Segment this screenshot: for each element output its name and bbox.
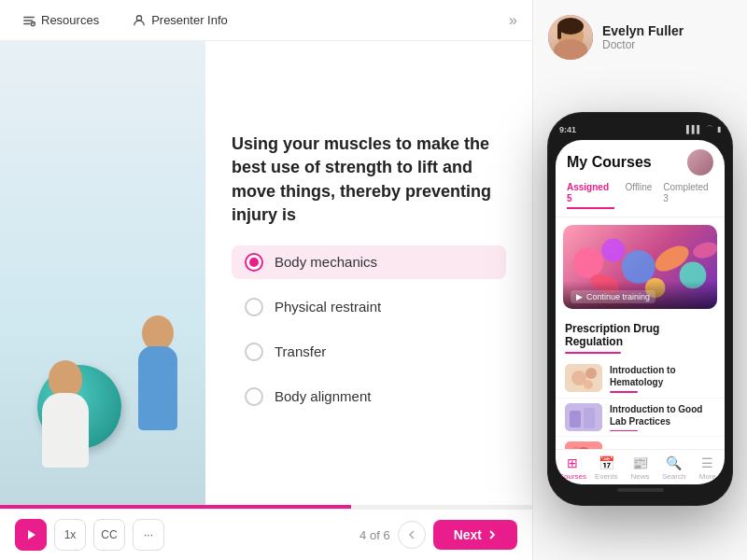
slide-content: Using your muscles to make the best use … (205, 41, 532, 505)
slide-area: Using your muscles to make the best use … (0, 41, 532, 505)
progress-bar (0, 505, 532, 509)
course-hematology-underline (610, 391, 638, 393)
phone-header: My Courses (556, 140, 725, 181)
bloodborne-img (565, 441, 602, 449)
more-button[interactable]: ··· (133, 519, 164, 551)
svg-rect-20 (570, 411, 581, 427)
course-lab-info: Introduction to Good Lab Practices (610, 403, 715, 432)
continue-training-tag: ▶ Continue training (571, 290, 655, 303)
tab-completed[interactable]: Completed 3 (663, 181, 713, 209)
featured-overlay: ▶ Continue training (563, 281, 717, 309)
featured-course-image[interactable]: ▶ Continue training (563, 225, 717, 309)
radio-body-alignment (245, 387, 263, 406)
course-item-bloodborne[interactable]: Bloodborne Pathogens (556, 437, 725, 449)
options-list: Body mechanics Physical restraint Transf… (232, 245, 506, 413)
tab-assigned-label: Assigned 5 (567, 182, 609, 203)
svg-marker-2 (28, 530, 35, 539)
play-small-icon: ▶ (576, 292, 583, 301)
right-panel: Evelyn Fuller Doctor 9:41 ▌▌▌ ⌒ ▮ (532, 0, 747, 560)
course-item-hematology[interactable]: Introduction to Hematology (556, 359, 725, 399)
phone-title: My Courses (567, 154, 652, 171)
radio-transfer (245, 343, 263, 361)
slide-question: Using your muscles to make the best use … (232, 133, 506, 227)
phone-user-avatar[interactable] (687, 149, 713, 175)
app-container: Resources Presenter Info » (0, 0, 747, 560)
svg-point-17 (585, 368, 597, 379)
speed-button[interactable]: 1x (54, 519, 86, 551)
tab-assigned[interactable]: Assigned 5 (567, 181, 614, 209)
phone-screen: My Courses Assigned 5 Offline (556, 140, 725, 484)
more-label: ··· (144, 528, 153, 541)
presenter-name: Evelyn Fuller (602, 23, 684, 38)
cc-label: CC (101, 528, 117, 541)
events-nav-label: Events (595, 472, 617, 481)
play-button[interactable] (15, 519, 47, 551)
more-nav-label: More (699, 472, 716, 481)
prev-button[interactable] (398, 521, 426, 549)
course-lab-title: Introduction to Good Lab Practices (610, 403, 715, 427)
course-item-lab[interactable]: Introduction to Good Lab Practices (556, 399, 725, 438)
radio-body-mechanics (245, 253, 263, 272)
featured-course-underline (565, 352, 621, 354)
phone-content: ▶ Continue training Prescription Drug Re… (556, 217, 725, 449)
phone-tabs: Assigned 5 Offline Completed 3 (556, 181, 725, 217)
phone-nav-search[interactable]: 🔍 Search (657, 455, 691, 481)
phone-bottom-nav: ⊞ Courses 📅 Events 📰 News (556, 449, 725, 484)
avatar-face (548, 15, 593, 60)
bottom-controls: 1x CC ··· 4 of 6 Next (0, 509, 532, 560)
cc-button[interactable]: CC (93, 519, 125, 551)
svg-point-7 (573, 247, 603, 277)
left-panel: Resources Presenter Info » (0, 0, 532, 560)
featured-course-title: Prescription Drug Regulation (556, 316, 725, 352)
courses-nav-label: Courses (558, 472, 586, 481)
presenter-info: Evelyn Fuller Doctor (602, 23, 684, 51)
progress-fill (0, 505, 351, 509)
resources-icon (22, 14, 35, 27)
sitting-person-head (49, 360, 82, 398)
phone-mockup-wrapper: 9:41 ▌▌▌ ⌒ ▮ My Courses (548, 73, 732, 545)
expand-icon[interactable]: » (509, 12, 517, 29)
person-icon (133, 14, 146, 27)
resources-button[interactable]: Resources (15, 9, 106, 31)
next-label: Next (454, 527, 482, 542)
option-physical-restraint[interactable]: Physical restraint (232, 290, 506, 324)
lab-img (565, 403, 602, 431)
next-arrow-icon (487, 530, 497, 539)
phone-notch-bar: 9:41 ▌▌▌ ⌒ ▮ (556, 124, 725, 140)
svg-rect-6 (557, 26, 561, 39)
events-nav-icon: 📅 (599, 455, 614, 470)
speed-label: 1x (64, 528, 77, 541)
option-body-alignment[interactable]: Body alignment (232, 380, 506, 413)
next-button[interactable]: Next (433, 520, 517, 550)
tab-offline[interactable]: Offline (626, 181, 653, 209)
news-nav-icon: 📰 (632, 455, 648, 470)
course-thumb-lab (565, 403, 602, 431)
continue-training-label: Continue training (586, 292, 650, 301)
tab-completed-label: Completed 3 (663, 182, 708, 203)
radio-physical-restraint (245, 298, 263, 316)
more-nav-icon: ☰ (701, 455, 713, 470)
courses-nav-icon: ⊞ (567, 455, 578, 470)
avatar-svg (548, 15, 593, 60)
presenter-card: Evelyn Fuller Doctor (548, 15, 732, 60)
phone-nav-courses[interactable]: ⊞ Courses (556, 455, 589, 481)
option-label-physical-restraint: Physical restraint (275, 299, 381, 315)
presenter-avatar (548, 15, 593, 60)
option-body-mechanics[interactable]: Body mechanics (232, 245, 506, 279)
phone-inner: My Courses Assigned 5 Offline (556, 140, 725, 484)
phone-time: 9:41 (559, 125, 576, 134)
resources-label: Resources (41, 13, 99, 27)
search-nav-label: Search (662, 472, 685, 481)
presenter-info-button[interactable]: Presenter Info (125, 9, 235, 31)
phone-nav-events[interactable]: 📅 Events (589, 455, 623, 481)
option-transfer[interactable]: Transfer (232, 335, 506, 369)
slide-image (0, 41, 205, 505)
svg-point-1 (137, 15, 142, 20)
phone-nav-news[interactable]: 📰 News (623, 455, 656, 481)
phone-nav-more[interactable]: ☰ More (691, 455, 725, 481)
tab-assigned-count: 5 (567, 193, 572, 203)
course-hematology-title: Introduction to Hematology (610, 364, 715, 388)
top-bar: Resources Presenter Info » (0, 0, 532, 41)
search-nav-icon: 🔍 (666, 455, 682, 470)
course-thumb-hematology (565, 364, 602, 392)
